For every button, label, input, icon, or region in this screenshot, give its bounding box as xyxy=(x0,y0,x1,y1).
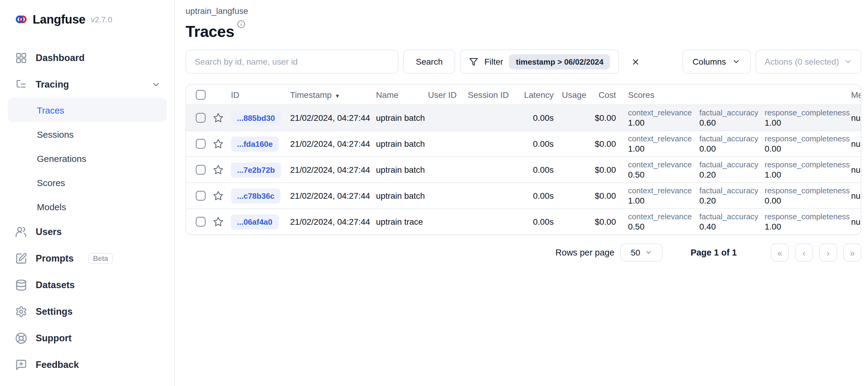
sub-item-label: Traces xyxy=(37,105,64,115)
sort-desc-icon: ▼ xyxy=(335,93,340,99)
toolbar: Search Filter timestamp > 06/02/2024 Col… xyxy=(186,50,861,74)
sidebar-item-sessions[interactable]: Sessions xyxy=(8,122,167,146)
sidebar: Langfuse v2.7.0 Dashboard xyxy=(0,0,175,386)
search-button[interactable]: Search xyxy=(403,50,456,74)
table-row[interactable]: ...c78b36c 21/02/2024, 04:27:44 uptrain … xyxy=(186,183,861,208)
star-icon[interactable] xyxy=(213,112,231,123)
next-page-button[interactable]: › xyxy=(819,244,837,262)
scores-cell: context_relevance1.00 factual_accuracy0.… xyxy=(616,134,851,154)
beta-badge: Beta xyxy=(88,253,113,264)
trace-id-link[interactable]: ...885bd30 xyxy=(231,110,281,125)
sidebar-item-traces[interactable]: Traces xyxy=(8,98,167,122)
actions-button[interactable]: Actions (0 selected) xyxy=(755,50,861,74)
column-header-cost[interactable]: Cost xyxy=(586,90,616,99)
row-checkbox[interactable] xyxy=(196,165,206,174)
column-header-id[interactable]: ID xyxy=(231,90,290,99)
timestamp-cell: 21/02/2024, 04:27:44 xyxy=(290,217,376,227)
search-input[interactable] xyxy=(186,50,398,74)
sidebar-item-label: Users xyxy=(36,227,62,237)
star-icon[interactable] xyxy=(213,190,231,201)
chevron-right-icon: › xyxy=(827,247,830,258)
sidebar-item-support[interactable]: Support xyxy=(8,325,167,352)
trace-id-link[interactable]: ...7e2b72b xyxy=(231,162,281,177)
filter-button[interactable]: Filter timestamp > 06/02/2024 xyxy=(460,50,619,74)
database-icon xyxy=(15,279,27,291)
score-value: 0.00 xyxy=(765,196,851,205)
trace-id-link[interactable]: ...fda160e xyxy=(231,136,279,151)
dashboard-grid-icon xyxy=(15,52,27,64)
rows-per-page-select[interactable]: 50 xyxy=(620,244,663,262)
pen-square-icon xyxy=(15,253,27,265)
row-checkbox[interactable] xyxy=(196,217,206,227)
score-label: response_completeness xyxy=(765,160,851,169)
filter-chip[interactable]: timestamp > 06/02/2024 xyxy=(509,54,610,69)
page-info: Page 1 of 1 xyxy=(690,248,737,257)
sidebar-item-settings[interactable]: Settings xyxy=(8,298,167,325)
star-icon[interactable] xyxy=(213,164,231,175)
sidebar-item-scores[interactable]: Scores xyxy=(8,170,167,194)
chevron-down-icon xyxy=(151,80,161,89)
pagination-bar: Rows per page 50 Page 1 of 1 « ‹ › » xyxy=(186,244,861,262)
sidebar-item-dashboard[interactable]: Dashboard xyxy=(8,45,167,71)
cost-cell: $0.00 xyxy=(586,113,616,123)
last-page-button[interactable]: » xyxy=(843,244,861,262)
score-value: 0.20 xyxy=(700,170,765,180)
sidebar-item-tracing[interactable]: Tracing xyxy=(8,71,167,98)
previous-page-button[interactable]: ‹ xyxy=(795,244,813,262)
row-checkbox[interactable] xyxy=(196,191,206,200)
tracing-subnav: Traces Sessions Generations Scores Model… xyxy=(8,98,167,219)
column-header-metadata[interactable]: Metadata xyxy=(851,90,861,99)
row-checkbox[interactable] xyxy=(196,139,206,149)
table-row[interactable]: ...06af4a0 21/02/2024, 04:27:44 uptrain … xyxy=(186,208,861,234)
clear-filter-icon[interactable] xyxy=(631,57,641,66)
scores-cell: context_relevance1.00 factual_accuracy0.… xyxy=(616,108,851,127)
sidebar-item-prompts[interactable]: Prompts Beta xyxy=(8,245,167,272)
table-row[interactable]: ...7e2b72b 21/02/2024, 04:27:44 uptrain … xyxy=(186,156,861,183)
score-label: response_completeness xyxy=(765,108,851,117)
table-row[interactable]: ...885bd30 21/02/2024, 04:27:44 uptrain … xyxy=(186,104,861,130)
score-label: response_completeness xyxy=(765,186,851,195)
sidebar-item-label: Datasets xyxy=(36,280,75,291)
column-header-user-id[interactable]: User ID xyxy=(428,90,468,99)
sidebar-item-datasets[interactable]: Datasets xyxy=(8,272,167,298)
column-header-name[interactable]: Name xyxy=(376,90,428,99)
star-icon[interactable] xyxy=(213,138,231,149)
metadata-cell: null xyxy=(851,217,861,227)
column-header-timestamp[interactable]: Timestamp▼ xyxy=(290,90,376,99)
sidebar-item-generations[interactable]: Generations xyxy=(8,146,167,170)
latency-cell: 0.00s xyxy=(516,165,554,174)
row-checkbox[interactable] xyxy=(196,113,206,123)
breadcrumb[interactable]: uptrain_langfuse xyxy=(186,6,868,16)
latency-cell: 0.00s xyxy=(516,139,554,149)
first-page-button[interactable]: « xyxy=(771,244,789,262)
message-plus-icon xyxy=(15,359,27,371)
sidebar-item-users[interactable]: Users xyxy=(8,219,167,245)
name-cell: uptrain batch xyxy=(376,191,428,200)
column-header-scores[interactable]: Scores xyxy=(616,90,851,99)
star-icon[interactable] xyxy=(213,216,231,227)
sub-item-label: Sessions xyxy=(37,129,74,139)
info-icon[interactable] xyxy=(237,20,245,28)
columns-button[interactable]: Columns xyxy=(682,50,751,74)
column-header-latency[interactable]: Latency xyxy=(516,90,554,99)
langfuse-logo-icon xyxy=(15,13,27,25)
sidebar-nav: Dashboard Tracing Traces xyxy=(8,45,167,378)
score-value: 1.00 xyxy=(628,196,700,205)
score-label: response_completeness xyxy=(765,134,851,143)
score-value: 0.50 xyxy=(628,222,700,231)
trace-id-link[interactable]: ...c78b36c xyxy=(231,188,280,203)
table-row[interactable]: ...fda160e 21/02/2024, 04:27:44 uptrain … xyxy=(186,130,861,156)
sidebar-item-models[interactable]: Models xyxy=(8,194,167,219)
traces-table: ID Timestamp▼ Name User ID Session ID La… xyxy=(186,84,861,235)
score-label: context_relevance xyxy=(628,160,700,169)
column-header-session-id[interactable]: Session ID xyxy=(468,90,516,99)
score-value: 0.00 xyxy=(700,144,765,154)
select-all-checkbox[interactable] xyxy=(196,90,206,99)
trace-id-link[interactable]: ...06af4a0 xyxy=(231,214,278,229)
column-header-usage[interactable]: Usage xyxy=(554,90,586,99)
brand[interactable]: Langfuse v2.7.0 xyxy=(8,12,167,27)
metadata-cell: null xyxy=(851,165,861,174)
sidebar-item-feedback[interactable]: Feedback xyxy=(8,352,167,378)
score-value: 1.00 xyxy=(628,144,700,154)
app-version: v2.7.0 xyxy=(91,15,113,24)
